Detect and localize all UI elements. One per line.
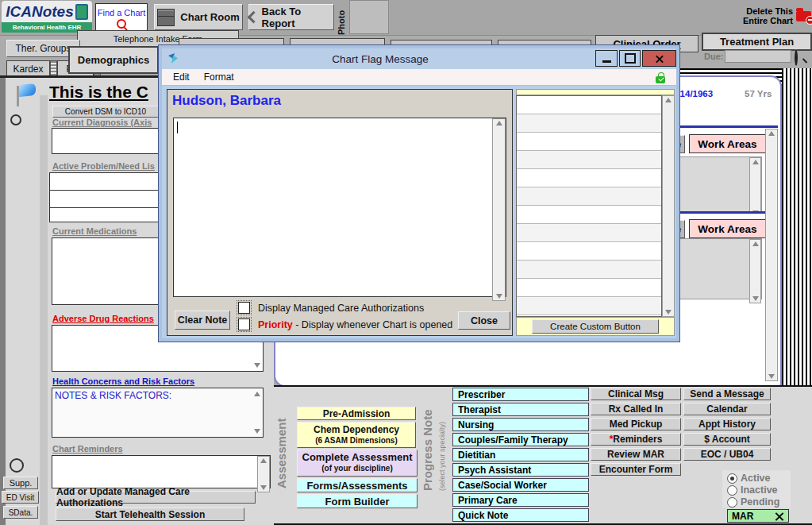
mar-button[interactable]: MAR (727, 509, 789, 523)
close-button[interactable] (642, 50, 676, 67)
active-problem-list[interactable] (49, 172, 159, 222)
left-radio-top[interactable] (10, 114, 21, 125)
due-input[interactable] (725, 50, 791, 63)
clear-note-button[interactable]: Clear Note (175, 311, 230, 330)
chart-flag-icon[interactable] (14, 84, 37, 106)
scroll-down-icon[interactable] (768, 374, 775, 379)
back-to-report-button[interactable]: Back To Report (248, 4, 334, 30)
content-panel-scrollbar[interactable] (765, 129, 778, 381)
progress-psych-assistant-button[interactable]: Psych Assistant (452, 463, 589, 477)
menu-format[interactable]: Format (204, 71, 234, 83)
work-areas-button-1[interactable]: Work Areas (689, 134, 766, 153)
scroll-down-icon[interactable] (254, 429, 260, 434)
scroll-up-icon[interactable] (254, 392, 260, 396)
pre-admission-button[interactable]: Pre-Admission (297, 407, 416, 420)
work-areas-label-2: Work Areas (698, 223, 756, 235)
managed-care-button[interactable]: Add or Update Managed Care Authorization… (56, 491, 256, 504)
telehealth-button[interactable]: Start Telehealth Session (56, 508, 244, 521)
textarea-scrollbar[interactable] (492, 118, 506, 301)
custom-button-list[interactable] (516, 95, 662, 317)
complete-assessment-label: Complete Assessment (302, 452, 413, 463)
delete-chart-button[interactable]: Delete This Entire Chart (732, 4, 811, 28)
progress-case-social-worker-button[interactable]: Case/Social Worker (452, 478, 589, 492)
clinical-msg-button[interactable]: Clinical Msg (591, 388, 681, 400)
scroll-up-icon[interactable] (752, 160, 759, 164)
delete-chart-label-2: Entire Chart (743, 16, 793, 25)
maximize-button[interactable] (619, 50, 641, 67)
send-message-button[interactable]: Send a Message (683, 388, 771, 400)
scroll-up-icon[interactable] (260, 458, 267, 463)
chart-room-button[interactable]: Chart Room (154, 4, 243, 30)
current-medications-box[interactable] (52, 237, 159, 305)
progress-item-label: Prescriber (458, 389, 505, 400)
account-button[interactable]: $ Account (683, 433, 771, 446)
progress-couples-family-button[interactable]: Couples/Family Therapy (452, 433, 589, 446)
review-mar-button[interactable]: Review MAR (591, 448, 681, 461)
menu-edit[interactable]: Edit (173, 71, 190, 83)
scroll-down-icon[interactable] (665, 310, 672, 315)
flag-message-textarea[interactable] (173, 118, 506, 297)
status-radio-active[interactable]: Active (727, 473, 771, 484)
photo-tab[interactable]: Photo (337, 2, 346, 35)
reminders-button[interactable]: * Reminders (591, 433, 681, 446)
rx-called-in-button[interactable]: Rx Called In (591, 403, 681, 415)
custom-list-scrollbar[interactable] (662, 95, 675, 317)
med-pickup-button[interactable]: Med Pickup (591, 418, 681, 430)
forms-assessments-button[interactable]: Forms/Assessments (297, 478, 418, 492)
work-areas-button-2[interactable]: Work Areas (689, 219, 766, 238)
supp-button[interactable]: Supp. (3, 477, 38, 489)
scroll-up-icon[interactable] (752, 241, 759, 246)
action-label: Med Pickup (610, 419, 663, 430)
tab-demographics[interactable]: Demographics (68, 46, 159, 74)
scroll-up-icon[interactable] (665, 98, 672, 102)
eoc-ub04-button[interactable]: EOC / UB04 (683, 448, 771, 461)
sdata-button[interactable]: SData. (3, 506, 38, 519)
create-custom-button[interactable]: Create Custom Button (532, 319, 659, 334)
reminders-scrollbar[interactable] (257, 456, 270, 492)
status-radio-inactive[interactable]: Inactive (727, 484, 778, 496)
progress-note-section-sublabel: (select your specialty) (438, 396, 446, 491)
managed-care-checkbox[interactable] (238, 302, 250, 314)
left-radio-bottom[interactable] (10, 458, 24, 473)
current-diagnosis-box[interactable] (52, 128, 159, 154)
delete-folder-icon (796, 11, 811, 21)
scroll-down-icon[interactable] (752, 296, 759, 301)
convert-dsm-button[interactable]: Convert DSM to ICD10 (52, 106, 159, 118)
work-areas-scrollbar-2[interactable] (749, 239, 761, 303)
treatment-plan-button[interactable]: Treatment Plan (702, 33, 812, 51)
complete-assessment-button[interactable]: Complete Assessment (of your discipline) (297, 450, 418, 477)
minimize-icon (602, 60, 611, 63)
action-label: Calendar (706, 403, 747, 415)
progress-therapist-button[interactable]: Therapist (452, 403, 589, 416)
health-concerns-box[interactable]: NOTES & RISK FACTORS: (52, 388, 264, 438)
scroll-down-icon[interactable] (260, 485, 267, 490)
close-label: Close (471, 315, 498, 326)
scroll-up-icon[interactable] (768, 131, 775, 136)
priority-checkbox[interactable] (238, 318, 250, 330)
progress-primary-care-button[interactable]: Primary Care (452, 493, 589, 507)
scroll-down-icon[interactable] (496, 294, 502, 299)
appt-history-button[interactable]: Appt History (683, 418, 771, 430)
progress-dietitian-button[interactable]: Dietitian (452, 448, 589, 461)
minimize-button[interactable] (595, 50, 618, 67)
modal-close-button[interactable]: Close (458, 311, 510, 330)
ed-visit-button[interactable]: ED Visit (2, 491, 39, 504)
encounter-form-button[interactable]: Encounter Form (591, 463, 681, 476)
form-builder-label: Form Builder (325, 496, 390, 508)
search-icon (117, 19, 126, 29)
scroll-down-icon[interactable] (254, 363, 260, 368)
status-radio-pending[interactable]: Pending (727, 496, 779, 508)
chem-dependency-button[interactable]: Chem Dependency (6 ASAM Dimensions) (297, 422, 416, 448)
scroll-up-icon[interactable] (496, 121, 502, 125)
progress-nursing-button[interactable]: Nursing (452, 418, 589, 431)
work-areas-scrollbar-1[interactable] (749, 157, 761, 218)
priority-checkbox-label: Priority - Display whenever Chart is ope… (258, 319, 452, 330)
chart-reminders-box[interactable] (52, 455, 271, 488)
modal-patient-name: Hudson, Barbara (172, 93, 281, 109)
form-builder-button[interactable]: Form Builder (297, 494, 418, 508)
treatment-plan-search-icon[interactable] (795, 49, 798, 66)
progress-quick-note-button[interactable]: Quick Note (452, 508, 589, 522)
calendar-button[interactable]: Calendar (683, 403, 771, 415)
find-a-chart-button[interactable]: Find a Chart (95, 3, 148, 33)
progress-prescriber-button[interactable]: Prescriber (452, 388, 589, 401)
